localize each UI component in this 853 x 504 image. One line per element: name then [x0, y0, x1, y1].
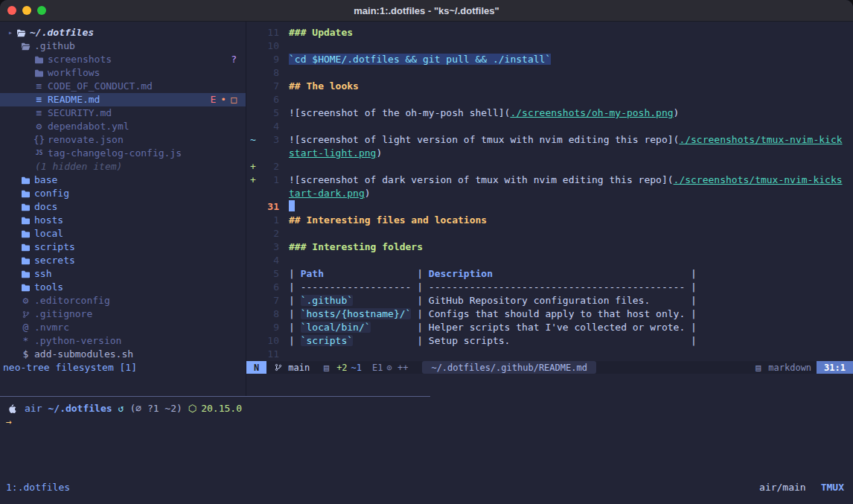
tree-item[interactable]: tools — [0, 281, 246, 294]
tree-item[interactable]: docs — [0, 200, 246, 214]
editor-line[interactable]: 10 — [246, 39, 853, 53]
gutter-sign — [246, 227, 260, 240]
editor-line[interactable]: 31 — [246, 200, 853, 214]
tree-item[interactable]: secrets — [0, 254, 246, 267]
editor-line[interactable]: tart-dark.png) — [246, 187, 853, 200]
line-number: 4 — [260, 254, 279, 267]
tree-item-label: add-submodules.sh — [34, 348, 133, 361]
prompt-host: air — [25, 402, 42, 415]
tree-item-label: dependabot.yml — [48, 120, 130, 133]
command-line[interactable] — [246, 374, 853, 387]
tree-item[interactable]: ⚙.editorconfig — [0, 294, 246, 307]
line-number: 7 — [260, 294, 279, 307]
zoom-button[interactable] — [37, 6, 46, 15]
line-text: | `hosts/{hostname}/` | Configs that sho… — [289, 307, 853, 321]
node-icon: ⬡ — [188, 402, 197, 415]
file-tree: ▸~/.dotfiles.githubscreenshots?workflows… — [0, 26, 246, 361]
editor-line[interactable]: 11 — [246, 348, 853, 361]
titlebar[interactable]: main:1:.dotfiles - "ks~/.dotfiles" — [0, 0, 853, 22]
editor-line[interactable]: 9`cd $HOME/.dotfiles && git pull && ./in… — [246, 53, 853, 66]
tree-item[interactable]: ▸~/.dotfiles — [0, 26, 246, 39]
editor-buffer[interactable]: 11### Updates 10 9`cd $HOME/.dotfiles &&… — [246, 22, 853, 396]
editor-line[interactable]: 6| ------------------- | ---------------… — [246, 281, 853, 294]
tree-item[interactable]: scripts — [0, 240, 246, 254]
editor-line[interactable]: 4 — [246, 120, 853, 133]
editor-line[interactable]: 3### Interesting folders — [246, 240, 853, 254]
line-number: 6 — [260, 93, 279, 106]
gutter-sign: + — [246, 160, 260, 173]
js-icon: JS — [33, 147, 45, 160]
minimize-button[interactable] — [22, 6, 31, 15]
tree-item[interactable]: ≡SECURITY.md — [0, 106, 246, 120]
filetype-icon: ▤ — [752, 361, 764, 374]
tree-item[interactable]: screenshots? — [0, 53, 246, 66]
line-text — [289, 200, 853, 214]
neotree-sidebar[interactable]: ▸~/.dotfiles.githubscreenshots?workflows… — [0, 22, 246, 396]
tree-item-label: renovate.json — [48, 133, 124, 147]
tree-item[interactable]: workflows — [0, 66, 246, 80]
editor-line[interactable]: 4 — [246, 254, 853, 267]
line-number: 8 — [260, 307, 279, 321]
tree-item[interactable]: ≡README.mdE•□ — [0, 93, 246, 106]
editor-line[interactable]: 5| Path | Description | — [246, 267, 853, 281]
gutter-sign — [246, 294, 260, 307]
gutter-sign — [246, 147, 260, 160]
tree-item[interactable]: ssh — [0, 267, 246, 281]
tree-item-label: (1 hidden item) — [35, 160, 122, 173]
line-number: 1 — [260, 214, 279, 227]
tree-item[interactable]: local — [0, 227, 246, 240]
tree-item[interactable]: hosts — [0, 214, 246, 227]
shell-input-line[interactable]: → — [6, 415, 853, 429]
tree-item[interactable]: @.nvmrc — [0, 321, 246, 334]
tree-item[interactable]: ⚙dependabot.yml — [0, 120, 246, 133]
gutter-sign — [246, 80, 260, 93]
tmux-badge: TMUX — [821, 481, 844, 494]
gutter-sign — [246, 187, 260, 200]
filetype-label: markdown — [768, 361, 811, 374]
tree-item[interactable]: {}renovate.json — [0, 133, 246, 147]
status-badge: • — [220, 93, 226, 106]
tree-item-label: .editorconfig — [34, 294, 110, 307]
editor-line[interactable]: 8| `hosts/{hostname}/` | Configs that sh… — [246, 307, 853, 321]
tree-item[interactable]: *.python-version — [0, 334, 246, 348]
line-number: 7 — [260, 80, 279, 93]
editor-line[interactable]: 6 — [246, 93, 853, 106]
tree-item[interactable]: config — [0, 187, 246, 200]
shell-pane[interactable]: air ~/.dotfiles ↺ (⌀ ?1 ~2) ⬡ 20.15.0 → — [0, 397, 853, 429]
tree-item[interactable]: (1 hidden item) — [0, 160, 246, 173]
line-number: 1 — [260, 173, 279, 187]
close-button[interactable] — [7, 6, 16, 15]
tree-item[interactable]: JStag-changelog-config.js — [0, 147, 246, 160]
tree-item[interactable]: .github — [0, 39, 246, 53]
line-number: 6 — [260, 281, 279, 294]
gutter-sign: + — [246, 173, 260, 187]
tree-item[interactable]: .gitignore — [0, 307, 246, 321]
editor-line[interactable]: 7| `.github` | GitHub Repository configu… — [246, 294, 853, 307]
tree-item[interactable]: ≡CODE_OF_CONDUCT.md — [0, 80, 246, 93]
tree-item-label: screenshots — [48, 53, 112, 66]
editor-line[interactable]: 8 — [246, 66, 853, 80]
editor-line[interactable]: 9| `local/bin/` | Helper scripts that I'… — [246, 321, 853, 334]
editor-line[interactable]: 10| `scripts` | Setup scripts. | — [246, 334, 853, 348]
tmux-window-label[interactable]: 1:.dotfiles — [6, 481, 70, 494]
markdown-icon: ≡ — [33, 93, 45, 106]
prompt-arrow-icon: → — [6, 415, 12, 429]
tree-item-label: base — [34, 173, 57, 187]
editor-line[interactable]: +1![screenshot of dark version of tmux w… — [246, 173, 853, 187]
tree-item-label: CODE_OF_CONDUCT.md — [48, 80, 153, 93]
tree-item[interactable]: base — [0, 173, 246, 187]
editor-line[interactable]: ~3![screenshot of light version of tmux … — [246, 133, 853, 147]
editor-line[interactable]: 11### Updates — [246, 26, 853, 39]
editor-line[interactable]: start-light.png) — [246, 147, 853, 160]
folder-icon — [33, 69, 45, 77]
editor-line[interactable]: 2 — [246, 227, 853, 240]
terminal-content: ▸~/.dotfiles.githubscreenshots?workflows… — [0, 22, 853, 504]
editor-line[interactable]: 7## The looks — [246, 80, 853, 93]
editor-line[interactable]: +2 — [246, 160, 853, 173]
editor-line[interactable]: 1## Interesting files and locations — [246, 214, 853, 227]
tree-item[interactable]: $add-submodules.sh — [0, 348, 246, 361]
editor-line[interactable]: 5![screenshot of the oh-my-posh shell](.… — [246, 106, 853, 120]
line-text: ### Interesting folders — [289, 240, 853, 254]
tree-item-label: workflows — [48, 66, 100, 80]
tree-item-label: .github — [34, 39, 75, 53]
